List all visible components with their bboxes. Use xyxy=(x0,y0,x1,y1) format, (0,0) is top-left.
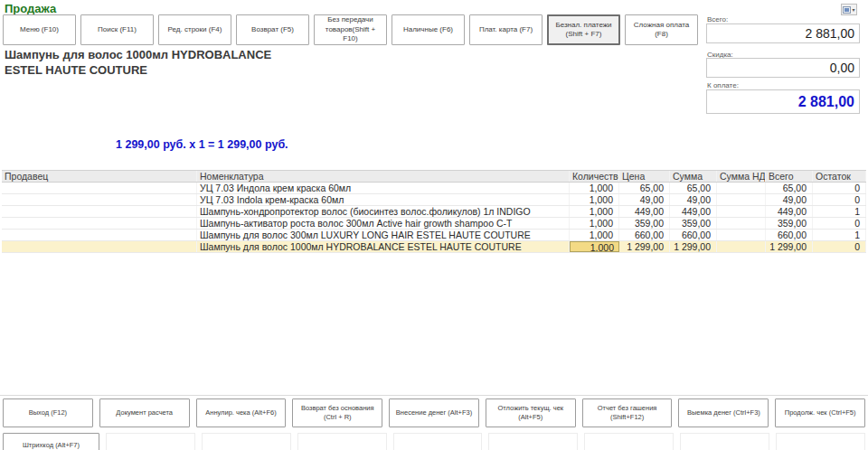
cell-price: 65,00 xyxy=(619,183,670,193)
cell-vat xyxy=(717,194,766,205)
cash-out-button[interactable]: Выемка денег (Ctrl+F3) xyxy=(678,398,769,427)
cell-price: 359,00 xyxy=(619,218,670,229)
cell-qty: 1,000 xyxy=(570,230,619,240)
to-pay-value-field: 2 881,00 xyxy=(706,89,860,114)
current-product-name: Шампунь для волос 1000мл HYDROBALANCE ES… xyxy=(5,48,307,79)
cell-qty-selected[interactable]: 1,000 xyxy=(570,241,619,252)
page-title: Продажа xyxy=(5,2,56,15)
hold-receipt-button[interactable]: Отложить текущ. чек (Alt+F5) xyxy=(486,398,576,427)
cell-qty: 1,000 xyxy=(570,206,619,217)
empty-slot xyxy=(202,433,291,450)
table-row[interactable]: Шампунь для волос 300мл LUXURY LONG HAIR… xyxy=(2,230,866,241)
items-table: Продавец Номенклатура Количество Цена Су… xyxy=(2,170,866,253)
cell-nomenclature: Шампунь-активатор роста волос 300мл Acti… xyxy=(197,218,570,229)
search-button[interactable]: Поиск (F11) xyxy=(80,14,154,45)
return-without-reason-button[interactable]: Возврат без основания (Ctrl + R) xyxy=(292,398,382,427)
cell-sum: 359,00 xyxy=(670,218,717,229)
settlement-document-button[interactable]: Документ расчета xyxy=(99,398,190,427)
cell-seller xyxy=(2,230,197,240)
empty-slot xyxy=(106,433,195,450)
cell-nomenclature: Шампунь для волос 1000мл HYDROBALANCE ES… xyxy=(197,241,570,252)
cell-vat xyxy=(717,218,766,229)
table-row[interactable]: Шампунь-активатор роста волос 300мл Acti… xyxy=(2,218,866,230)
chevron-down-icon: ▾ xyxy=(852,7,854,13)
cell-nomenclature: УЦ 7.03 Indola крем-краска 60мл xyxy=(197,194,570,205)
cell-total: 660,00 xyxy=(766,230,813,240)
edit-line-button[interactable]: Ред. строки (F4) xyxy=(158,14,231,45)
column-header-stock[interactable]: Остаток xyxy=(813,171,866,182)
table-row[interactable]: Шампунь-хондропротектор волос (биосинтез… xyxy=(2,206,866,218)
column-header-nomenclature[interactable]: Номенклатура xyxy=(197,171,570,182)
cell-stock: 0 xyxy=(813,218,866,229)
cash-payment-button[interactable]: Наличные (F6) xyxy=(392,14,465,45)
cell-price: 449,00 xyxy=(619,206,670,217)
cell-sum: 449,00 xyxy=(670,206,717,217)
cell-sum: 65,00 xyxy=(670,183,717,193)
cell-total: 49,00 xyxy=(766,194,813,205)
empty-slot xyxy=(776,433,865,450)
table-row[interactable]: УЦ 7.03 Индола крем краска 60мл 1,000 65… xyxy=(2,183,866,194)
cell-seller xyxy=(2,206,197,217)
cell-vat xyxy=(717,183,766,193)
empty-slot xyxy=(584,433,674,450)
empty-slot xyxy=(488,433,578,450)
cell-seller xyxy=(2,218,197,229)
empty-slot xyxy=(297,433,387,450)
no-goods-transfer-button[interactable]: Без передачи товаров(Shift + F10) xyxy=(314,14,387,45)
cell-sum: 660,00 xyxy=(670,230,717,240)
display-mode-button[interactable]: ▾ xyxy=(841,4,857,15)
return-button[interactable]: Возврат (F5) xyxy=(236,14,309,45)
discount-value-field: 0,00 xyxy=(706,58,860,78)
to-pay-label: К оплате: xyxy=(707,81,739,89)
cell-total: 359,00 xyxy=(766,218,813,229)
cell-seller xyxy=(2,241,197,252)
cell-vat xyxy=(717,230,766,240)
cell-qty: 1,000 xyxy=(570,183,619,193)
cell-seller xyxy=(2,194,197,205)
column-header-price[interactable]: Цена xyxy=(619,171,670,182)
cell-vat xyxy=(717,241,766,252)
empty-slot xyxy=(393,433,483,450)
cell-stock: 0 xyxy=(813,194,866,205)
column-header-vat[interactable]: Сумма НДС xyxy=(717,171,766,182)
cell-total: 1 299,00 xyxy=(766,241,813,252)
column-header-sum[interactable]: Сумма xyxy=(670,171,717,182)
empty-slot xyxy=(680,433,769,450)
cell-price: 660,00 xyxy=(619,230,670,240)
card-payment-button[interactable]: Плат. карта (F7) xyxy=(469,14,542,45)
column-header-seller[interactable]: Продавец xyxy=(2,171,197,182)
cell-stock: 0 xyxy=(813,241,866,252)
complex-payment-button[interactable]: Сложная оплата (F8) xyxy=(625,14,698,45)
cell-stock: 1 xyxy=(813,206,866,217)
cell-nomenclature: Шампунь для волос 300мл LUXURY LONG HAIR… xyxy=(197,230,570,240)
column-header-qty[interactable]: Количество xyxy=(570,171,619,182)
cell-price: 1 299,00 xyxy=(619,241,670,252)
cell-vat xyxy=(717,206,766,217)
cell-qty: 1,000 xyxy=(570,218,619,229)
cell-total: 65,00 xyxy=(766,183,813,193)
exit-button[interactable]: Выход (F12) xyxy=(3,398,93,427)
cash-in-button[interactable]: Внесение денег (Alt+F3) xyxy=(389,398,479,427)
cancel-receipt-button[interactable]: Аннулир. чека (Alt+F6) xyxy=(196,398,287,427)
x-report-button[interactable]: Отчет без гашения (Shift+F12) xyxy=(582,398,673,427)
cell-total: 449,00 xyxy=(766,206,813,217)
column-header-total[interactable]: Всего xyxy=(766,171,813,182)
bottom-toolbar: Выход (F12) Документ расчета Аннулир. че… xyxy=(0,395,868,450)
table-header: Продавец Номенклатура Количество Цена Су… xyxy=(2,170,866,183)
cell-qty: 1,000 xyxy=(570,194,619,205)
table-row-selected[interactable]: Шампунь для волос 1000мл HYDROBALANCE ES… xyxy=(2,241,866,253)
cell-sum: 1 299,00 xyxy=(670,241,717,252)
total-label: Всего: xyxy=(707,15,728,23)
continue-receipt-button[interactable]: Продолж. чек (Ctrl+F5) xyxy=(775,398,865,427)
menu-button[interactable]: Меню (F10) xyxy=(3,14,76,45)
cashless-payment-button[interactable]: Безнал. платежи (Shift + F7) xyxy=(547,14,620,45)
cell-seller xyxy=(2,183,197,193)
cell-price: 49,00 xyxy=(619,194,670,205)
barcode-button[interactable]: Штрихкод (Alt+F7) xyxy=(3,433,99,450)
display-mode-icon xyxy=(843,6,851,14)
total-value-field: 2 881,00 xyxy=(706,23,860,43)
top-toolbar: Меню (F10) Поиск (F11) Ред. строки (F4) … xyxy=(3,14,698,45)
cell-nomenclature: Шампунь-хондропротектор волос (биосинтез… xyxy=(197,206,570,217)
cell-stock: 1 xyxy=(813,230,866,240)
table-row[interactable]: УЦ 7.03 Indola крем-краска 60мл 1,000 49… xyxy=(2,194,866,206)
